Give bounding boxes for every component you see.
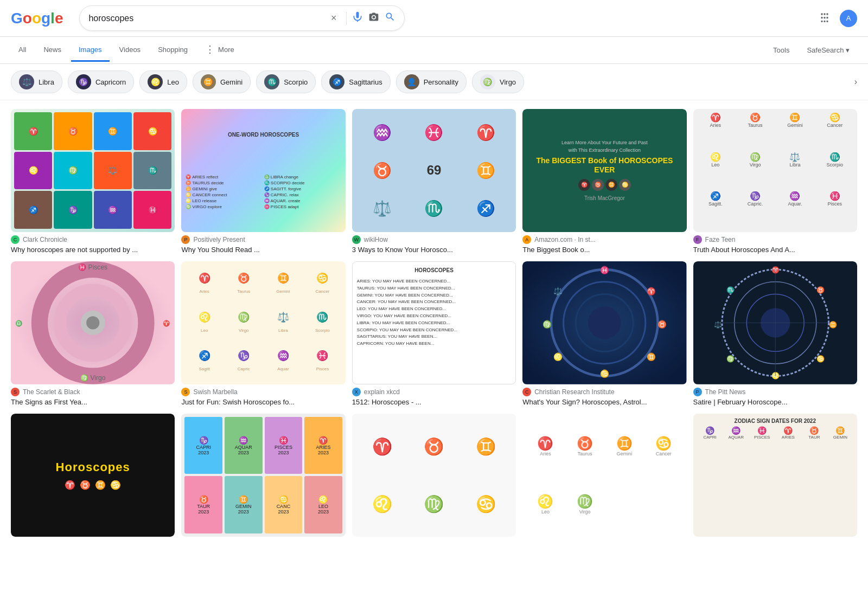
result-card-row3-4[interactable]: ♈Aries ♉Taurus ♊Gemini ♋Cancer ♌Leo ♍Vir… — [522, 414, 686, 537]
card-image-7: ♈Aries ♉Taurus ♊Gemini ♋Cancer ♌Leo ♍Vir… — [181, 261, 345, 384]
tab-all-label: All — [18, 46, 26, 54]
card-source-5: F Faze Teen — [693, 235, 857, 244]
source-name-5: Faze Teen — [705, 236, 736, 243]
card-title-3: 3 Ways to Know Your Horosco... — [352, 245, 516, 255]
result-card-faze-teen[interactable]: ♈Aries ♉Taurus ♊Gemini ♋Cancer ♌Leo ♍Vir… — [693, 109, 857, 255]
filter-chip-gemini[interactable]: ♊ Gemini — [193, 70, 251, 93]
card-source-6: S The Scarlet & Black — [11, 388, 175, 396]
filter-chip-leo[interactable]: ♌ Leo — [139, 70, 187, 93]
result-card-row3-2[interactable]: ♑CAPRI2023 ♒AQUAR2023 ♓PISCES2023 ♈ARIES… — [181, 414, 345, 537]
results-container: ♈ ♉ ♊ ♋ ♌ ♍ ⚖️ ♏ ♐ ♑ ♒ ♓ C Clark Chronic… — [0, 100, 868, 545]
camera-icon[interactable] — [368, 11, 379, 25]
result-card-clark-chronicle[interactable]: ♈ ♉ ♊ ♋ ♌ ♍ ⚖️ ♏ ♐ ♑ ♒ ♓ C Clark Chronic… — [11, 109, 175, 255]
source-favicon-1: C — [11, 235, 20, 244]
svg-text:♏: ♏ — [726, 286, 735, 294]
filter-chip-scorpio[interactable]: ♏ Scorpio — [256, 70, 316, 93]
mic-icon[interactable] — [352, 11, 363, 25]
card-image-15: ZODIAC SIGN DATES FOR 2022 ♑CAPRI ♒AQUAR… — [693, 414, 857, 537]
card-source-9: C Christian Research Institute — [522, 388, 686, 396]
card-title-4: The Biggest Book o... — [522, 245, 686, 255]
source-favicon-2: P — [181, 235, 190, 244]
clear-button[interactable]: × — [327, 10, 341, 26]
card-title-9: What's Your Sign? Horoscopes, Astrol... — [522, 397, 686, 407]
svg-point-13 — [588, 306, 621, 339]
source-name-2: Positively Present — [193, 236, 245, 243]
svg-point-4 — [86, 316, 99, 329]
tab-images-label: Images — [79, 46, 102, 54]
search-submit-icon[interactable] — [385, 11, 395, 25]
tab-shopping[interactable]: Shopping — [150, 39, 195, 62]
svg-text:♉: ♉ — [658, 320, 667, 329]
result-card-row3-1[interactable]: Horoscopes ♈ ♉ ♊ ♋ — [11, 414, 175, 537]
result-card-positively-present[interactable]: ONE-WORD HOROSCOPES ♈ ARIES reflect♎ LIB… — [181, 109, 345, 255]
card-title-5: Truth About Horoscopes And A... — [693, 245, 857, 255]
tab-all[interactable]: All — [11, 39, 34, 62]
result-card-swish-marbella[interactable]: ♈Aries ♉Taurus ♊Gemini ♋Cancer ♌Leo ♍Vir… — [181, 261, 345, 407]
svg-text:♉: ♉ — [816, 286, 825, 294]
filter-chip-personality[interactable]: 👤 Personality — [396, 70, 467, 93]
svg-text:♎: ♎ — [15, 320, 23, 327]
tab-more[interactable]: ⋮ More — [197, 37, 242, 63]
svg-text:♍: ♍ — [542, 320, 552, 329]
result-card-explain-xkcd[interactable]: HOROSCOPES ARIES: YOU MAY HAVE BEEN CONC… — [352, 261, 516, 407]
filter-chip-sagittarius[interactable]: ♐ Sagittarius — [321, 70, 390, 93]
apps-icon[interactable] — [815, 7, 834, 29]
filter-chip-libra[interactable]: ⚖️ Libra — [11, 70, 62, 93]
source-favicon-6: S — [11, 388, 20, 396]
source-favicon-4: A — [522, 235, 531, 244]
svg-text:♈: ♈ — [771, 266, 780, 274]
source-name-8: explain xkcd — [364, 388, 400, 396]
filter-chip-capricorn[interactable]: ♑ Capricorn — [68, 70, 134, 93]
tab-images[interactable]: Images — [71, 39, 110, 62]
tab-videos-label: Videos — [119, 46, 141, 54]
card-image-2: ONE-WORD HOROSCOPES ♈ ARIES reflect♎ LIB… — [181, 109, 345, 232]
card-source-7: S Swish Marbella — [181, 388, 345, 396]
capricorn-label: Capricorn — [95, 78, 126, 86]
scorpio-label: Scorpio — [284, 78, 308, 86]
filter-arrow-button[interactable]: › — [854, 77, 857, 87]
card-image-10: ♈ ♉ ♊ ♋ ♌ ♍ ⚖️ ♏ — [693, 261, 857, 384]
search-input[interactable] — [88, 14, 321, 23]
card-image-6: ♓ Pisces ♍ Virgo ♎ ♈ — [11, 261, 175, 384]
source-favicon-3: W — [352, 235, 361, 244]
result-card-scarlet-black[interactable]: ♓ Pisces ♍ Virgo ♎ ♈ S The Scarlet & Bla… — [11, 261, 175, 407]
result-card-pitt-news[interactable]: ♈ ♉ ♊ ♋ ♌ ♍ ⚖️ ♏ P The Pitt News Satire … — [693, 261, 857, 407]
divider — [346, 12, 347, 25]
tab-news[interactable]: News — [36, 39, 69, 62]
result-card-row3-5[interactable]: ZODIAC SIGN DATES FOR 2022 ♑CAPRI ♒AQUAR… — [693, 414, 857, 537]
google-logo[interactable]: Google — [11, 10, 63, 27]
svg-text:♌: ♌ — [553, 352, 563, 362]
image-grid-row2: ♓ Pisces ♍ Virgo ♎ ♈ S The Scarlet & Bla… — [11, 261, 857, 407]
card-source-4: A Amazon.com · In st... — [522, 235, 686, 244]
libra-icon: ⚖️ — [19, 74, 34, 89]
card-image-8: HOROSCOPES ARIES: YOU MAY HAVE BEEN CONC… — [352, 261, 516, 384]
tab-shopping-label: Shopping — [158, 46, 188, 54]
card-image-12: ♑CAPRI2023 ♒AQUAR2023 ♓PISCES2023 ♈ARIES… — [181, 414, 345, 537]
tab-videos[interactable]: Videos — [112, 39, 149, 62]
card-source-10: P The Pitt News — [693, 388, 857, 396]
source-name-7: Swish Marbella — [193, 388, 237, 396]
source-name-6: The Scarlet & Black — [23, 388, 80, 396]
result-card-wikihow[interactable]: ♒ ♓ ♈ ♉ 69 ♊ ⚖️ ♏ ♐ W wikiHow 3 Ways to … — [352, 109, 516, 255]
sagittarius-label: Sagittarius — [349, 78, 382, 86]
leo-icon: ♌ — [148, 74, 163, 89]
result-card-amazon[interactable]: Learn More About Your Future and Past wi… — [522, 109, 686, 255]
avatar[interactable]: A — [840, 10, 857, 27]
source-name-9: Christian Research Institute — [534, 388, 614, 396]
filter-chip-virgo[interactable]: ♍ Virgo — [472, 70, 524, 93]
card-title-6: The Signs as First Yea... — [11, 397, 175, 407]
header-right: A — [815, 7, 857, 29]
svg-text:♓ Pisces: ♓ Pisces — [78, 263, 107, 271]
card-image-3: ♒ ♓ ♈ ♉ 69 ♊ ⚖️ ♏ ♐ — [352, 109, 516, 232]
virgo-icon: ♍ — [480, 74, 495, 89]
card-source-2: P Positively Present — [181, 235, 345, 244]
tools-button[interactable]: Tools — [765, 41, 797, 60]
safe-search[interactable]: SafeSearch ▾ — [799, 41, 857, 60]
svg-text:♋: ♋ — [600, 369, 609, 378]
result-card-cri[interactable]: ♓ ♈ ♉ ♊ ♋ ♌ ♍ ⚖️ C Christian Research In… — [522, 261, 686, 407]
source-favicon-10: P — [693, 388, 702, 396]
card-image-14: ♈Aries ♉Taurus ♊Gemini ♋Cancer ♌Leo ♍Vir… — [522, 414, 686, 537]
gemini-label: Gemini — [220, 78, 242, 86]
result-card-row3-3[interactable]: ♈ ♉ ♊ ♌ ♍ ♋ — [352, 414, 516, 537]
svg-text:♋: ♋ — [816, 355, 825, 363]
